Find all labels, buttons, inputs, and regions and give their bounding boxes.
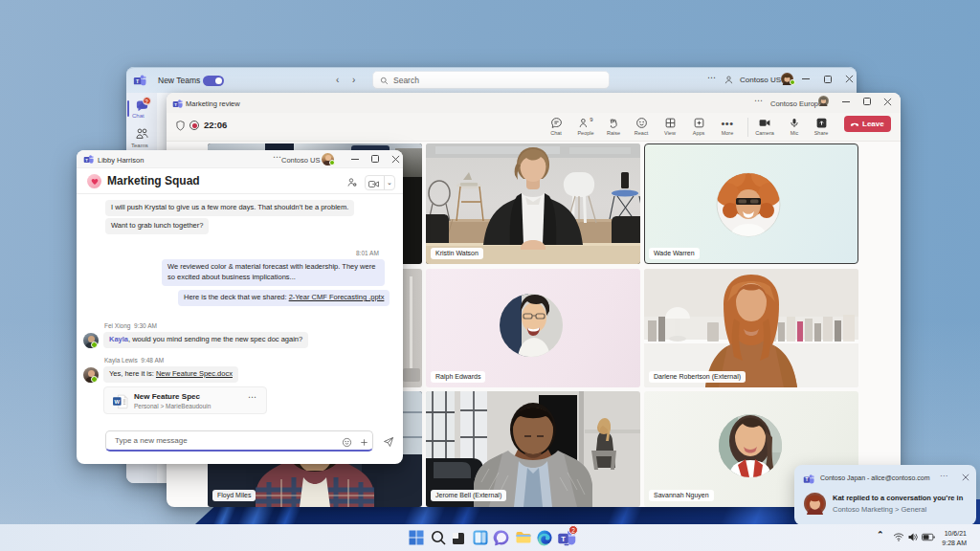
svg-text:T: T: [561, 535, 566, 543]
svg-text:W: W: [115, 399, 121, 405]
svg-text:T: T: [85, 158, 88, 163]
svg-text:T: T: [174, 102, 177, 107]
svg-text:T: T: [805, 477, 808, 482]
